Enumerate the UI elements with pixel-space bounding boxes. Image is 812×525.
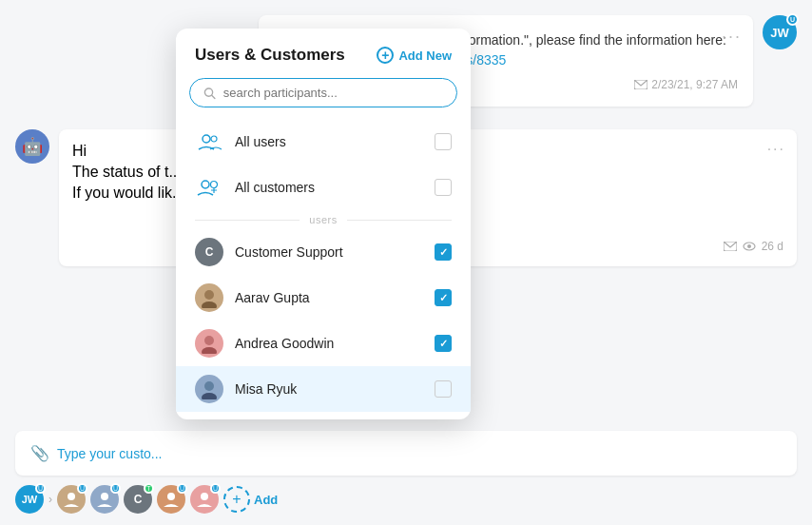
andrea-avatar-svg [199,333,220,354]
add-participant-button[interactable]: + Add [223,486,278,513]
svg-point-13 [211,182,218,188]
misa-avatar-svg [199,379,220,399]
misa-ryuk-item[interactable]: Misa Ryuk [176,366,471,412]
add-new-button[interactable]: + Add New [377,47,452,64]
participant-2[interactable]: U [57,485,86,514]
all-users-checkbox[interactable] [435,133,452,150]
search-box[interactable] [189,78,457,107]
attachment-icon: 📎 [30,444,49,462]
customer-support-checkbox[interactable] [435,243,452,261]
envelope-icon-2 [724,242,737,251]
svg-point-16 [204,336,214,345]
svg-point-3 [747,244,751,248]
aarav-gupta-item[interactable]: Aarav Gupta [176,275,471,321]
svg-line-9 [212,95,215,98]
svg-point-15 [202,301,217,308]
svg-point-17 [202,347,217,354]
all-customers-icon [195,173,223,202]
svg-point-14 [204,290,214,300]
envelope-icon [634,80,648,89]
all-customers-label: All customers [235,180,423,195]
all-users-icon [195,127,223,156]
all-customers-item[interactable]: All customers [176,165,471,210]
svg-point-19 [202,393,217,399]
list-items: All users All customers users [176,119,471,412]
more-options-1[interactable]: ··· [722,27,742,47]
customer-support-icon: C [195,238,223,266]
dropdown-title: Users & Customers [195,46,345,65]
aarav-avatar-svg [199,287,220,308]
person-icon-5 [195,490,214,509]
andrea-goodwin-icon [195,329,223,358]
person-icon-2 [62,490,81,509]
svg-point-12 [202,181,209,188]
badge-u-jw: U [786,13,799,26]
section-divider: users [176,210,471,229]
participant-5[interactable]: U [190,485,219,514]
search-icon [203,87,216,100]
andrea-goodwin-item[interactable]: Andrea Goodwin [176,321,471,366]
more-options-2[interactable]: ··· [767,141,785,158]
avatar-robot: 🤖 [15,129,49,164]
misa-ryuk-label: Misa Ryuk [235,381,423,397]
input-placeholder[interactable]: Type your custo... [57,446,782,461]
misa-ryuk-icon [195,375,223,403]
all-users-item[interactable]: All users [176,119,471,165]
svg-point-7 [201,493,208,500]
svg-point-5 [101,493,108,500]
participant-3[interactable]: U [90,485,119,514]
aarav-gupta-icon [195,283,223,312]
svg-point-11 [211,136,217,142]
all-users-label: All users [235,134,423,149]
svg-point-6 [167,493,175,500]
participants-row: JW U › U U C T U [15,485,278,514]
svg-point-18 [204,381,214,391]
input-bar[interactable]: 📎 Type your custo... [15,431,797,476]
aarav-gupta-checkbox[interactable] [435,289,452,306]
all-customers-svg [197,178,222,197]
aarav-gupta-label: Aarav Gupta [235,290,423,305]
search-input[interactable] [223,86,443,100]
participant-jw[interactable]: JW U [15,485,44,514]
dropdown-header: Users & Customers + Add New [176,29,471,78]
person-icon-3 [95,490,114,509]
participant-c[interactable]: C T [124,485,152,514]
andrea-goodwin-label: Andrea Goodwin [235,336,423,351]
users-customers-dropdown: Users & Customers + Add New All users [176,29,471,419]
eye-icon [743,242,756,251]
all-users-svg [197,132,222,151]
svg-point-4 [68,493,75,500]
svg-point-10 [203,135,210,143]
person-icon-4 [162,490,181,509]
add-new-icon: + [377,47,394,64]
misa-ryuk-checkbox[interactable] [435,380,452,398]
andrea-goodwin-checkbox[interactable] [435,335,452,352]
customer-support-label: Customer Support [235,244,423,260]
avatar-jw: JW U [763,15,797,49]
arrow-separator: › [48,493,52,506]
participant-4[interactable]: U [157,485,185,514]
customer-support-item[interactable]: C Customer Support [176,229,471,275]
all-customers-checkbox[interactable] [435,179,452,196]
